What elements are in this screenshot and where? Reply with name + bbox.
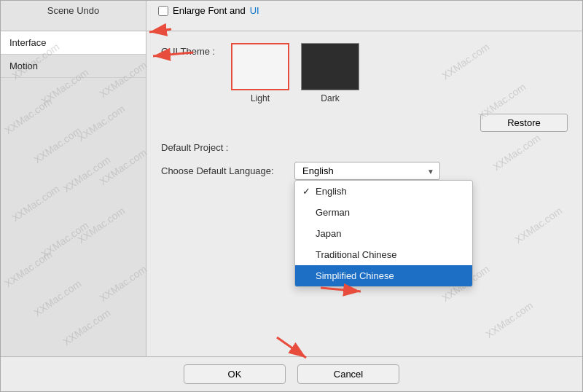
scene-undo-section: Scene Undo — [1, 1, 146, 31]
main-content: GUI Theme : Light Dark Restore — [146, 31, 582, 356]
language-label: Choose Default Language: — [161, 165, 289, 176]
language-japan-label: Japan — [316, 228, 341, 239]
language-item-german[interactable]: German — [295, 202, 472, 223]
enlarge-font-checkbox[interactable] — [158, 6, 168, 16]
language-dropdown-menu: English German Japan Traditional Chinese — [294, 180, 473, 287]
language-simplified-chinese-label: Simplified Chinese — [316, 270, 394, 281]
language-item-simplified-chinese[interactable]: Simplified Chinese — [295, 265, 472, 286]
restore-row: Restore — [161, 114, 568, 132]
theme-light-option[interactable]: Light — [231, 43, 289, 103]
dialog: XXMac.comXXMac.comXXMac.comXXMac.comXXMa… — [0, 0, 583, 392]
theme-light-label: Light — [251, 93, 270, 103]
language-item-traditional-chinese[interactable]: Traditional Chinese — [295, 244, 472, 265]
gui-theme-row: GUI Theme : Light Dark — [161, 43, 568, 103]
scene-undo-label: Scene Undo — [47, 5, 100, 16]
language-english-label: English — [316, 186, 347, 197]
default-project-label: Default Project : — [161, 142, 256, 153]
gui-theme-label: GUI Theme : — [161, 43, 227, 57]
sidebar: Interface Motion — [1, 31, 146, 356]
dialog-footer: OK Cancel — [1, 356, 582, 391]
sidebar-interface-label: Interface — [9, 37, 47, 48]
theme-light-preview — [231, 43, 289, 90]
sidebar-motion-label: Motion — [9, 60, 38, 71]
language-item-english[interactable]: English — [295, 181, 472, 202]
language-traditional-chinese-label: Traditional Chinese — [316, 249, 397, 260]
language-dropdown-wrapper: English ▼ English German Japan — [294, 162, 440, 180]
sidebar-item-motion[interactable]: Motion — [1, 55, 146, 78]
default-project-row: Default Project : — [161, 142, 568, 153]
restore-button[interactable]: Restore — [480, 114, 568, 132]
enlarge-font-row: Enlarge Font and UI — [158, 5, 259, 16]
ui-link[interactable]: UI — [250, 5, 259, 16]
theme-dark-label: Dark — [321, 93, 339, 103]
selected-language-label: English — [302, 165, 334, 176]
language-row: Choose Default Language: English ▼ Engli… — [161, 162, 568, 180]
dialog-body: Interface Motion GUI Theme : Light Dark — [1, 31, 582, 356]
language-german-label: German — [316, 207, 350, 218]
top-bar: Scene Undo Enlarge Font and UI — [1, 1, 582, 31]
cancel-button[interactable]: Cancel — [297, 364, 399, 384]
theme-options: Light Dark — [231, 43, 359, 103]
ok-button[interactable]: OK — [184, 364, 286, 384]
theme-dark-option[interactable]: Dark — [301, 43, 359, 103]
language-dropdown-button[interactable]: English — [294, 162, 440, 180]
sidebar-item-interface[interactable]: Interface — [1, 31, 146, 55]
theme-dark-preview — [301, 43, 359, 90]
enlarge-font-label: Enlarge Font and — [173, 5, 246, 16]
language-item-japan[interactable]: Japan — [295, 223, 472, 244]
top-right-section: Enlarge Font and UI — [146, 1, 582, 31]
